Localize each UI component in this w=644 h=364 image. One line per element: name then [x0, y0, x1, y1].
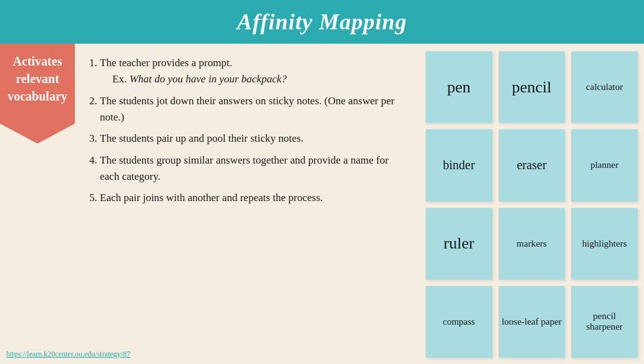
step-2-text: The students jot down their answers on s… [100, 95, 394, 123]
step-5-text: Each pair joins with another and repeats… [100, 192, 323, 204]
sticky-note-binder: binder [426, 129, 492, 201]
list-item: The students group similar answers toget… [100, 152, 407, 185]
sidebar-label: Activates relevant vocabulary [0, 44, 75, 144]
list-item: The students pair up and pool their stic… [100, 130, 407, 147]
sticky-note-pen: pen [426, 51, 492, 123]
sticky-note-calculator: calculator [571, 51, 638, 123]
page-title: Affinity Mapping [237, 9, 407, 35]
sticky-note-pencil: pencil [499, 51, 565, 123]
sticky-note-markers: markers [499, 208, 565, 280]
list-item: The students jot down their answers on s… [100, 93, 407, 126]
steps-area: The teacher provides a prompt. Ex. What … [75, 44, 419, 364]
step-3-text: The students pair up and pool their stic… [100, 132, 303, 144]
list-item: Each pair joins with another and repeats… [100, 190, 407, 206]
step-1-text: The teacher provides a prompt. [100, 57, 232, 69]
sticky-note-loose-leaf: loose-leaf paper [499, 286, 565, 358]
sidebar-label-text: Activates relevant vocabulary [6, 52, 69, 105]
step-1-example: Ex. What do you have in your backpack? [112, 73, 286, 85]
step-4-text: The students group similar answers toget… [100, 154, 389, 182]
main-content: Activates relevant vocabulary The teache… [0, 44, 644, 364]
sticky-note-planner: planner [571, 129, 638, 201]
steps-list: The teacher provides a prompt. Ex. What … [87, 55, 407, 207]
list-item: The teacher provides a prompt. Ex. What … [100, 55, 407, 88]
footer-url: https://learn.k20center.ou.edu/strategy/… [6, 350, 130, 358]
footer-link[interactable]: https://learn.k20center.ou.edu/strategy/… [6, 350, 130, 359]
page-header: Affinity Mapping [0, 0, 644, 44]
sticky-note-eraser: eraser [499, 129, 565, 201]
sticky-note-highlighters: highlighters [571, 208, 638, 280]
sticky-notes-grid: pen pencil calculator binder eraser plan… [419, 44, 644, 364]
sticky-note-ruler: ruler [426, 208, 492, 280]
sticky-note-pencil-sharpener: pencil sharpener [571, 286, 638, 358]
sticky-note-compass: compass [426, 286, 492, 358]
